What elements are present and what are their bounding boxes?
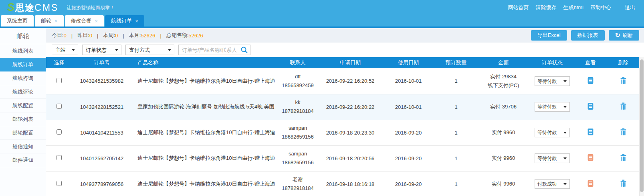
sidebar-item[interactable]: 邮件通知 bbox=[0, 153, 46, 167]
booking-quantity: 1 bbox=[436, 68, 476, 94]
amount-paid: 实付 29834 bbox=[476, 72, 531, 81]
order-number: 104012562705142 bbox=[72, 145, 132, 171]
delete-order-icon[interactable] bbox=[620, 180, 627, 187]
contact-name: 老谢 bbox=[275, 175, 320, 184]
row-select-checkbox[interactable] bbox=[57, 78, 62, 83]
contact-phone: 18782918184 bbox=[275, 107, 320, 116]
delete-order-icon[interactable] bbox=[620, 128, 627, 136]
order-status-filter-select[interactable]: 订单状态 bbox=[82, 45, 121, 55]
row-select-checkbox[interactable] bbox=[57, 129, 62, 135]
col-header-use-date: 使用日期 bbox=[380, 57, 436, 68]
sidebar-item[interactable]: 航线配置 bbox=[0, 99, 46, 112]
order-status-select[interactable]: 等待付款 bbox=[535, 76, 570, 86]
order-status-select[interactable]: 付款成功 bbox=[535, 179, 570, 189]
order-status-wrap: 等待付款 bbox=[535, 76, 570, 86]
view-order-icon[interactable] bbox=[587, 102, 594, 110]
amount-paid: 实付 9960 bbox=[476, 180, 531, 188]
sidebar-item[interactable]: 航线评论 bbox=[0, 85, 46, 99]
order-number: 104324228152521 bbox=[72, 94, 132, 120]
orders-table: 选择 订单号 产品名称 联系人 申请日期 使用日期 预订数量 金额 订单状态 查… bbox=[46, 57, 639, 196]
refresh-icon: ↻ bbox=[615, 32, 620, 39]
logo[interactable]: S 思途 CMS bbox=[7, 2, 59, 14]
top-nav-link[interactable]: 帮助中心 bbox=[590, 4, 611, 11]
scrollbar-thumb[interactable] bbox=[640, 59, 644, 192]
use-date: 2016-10-01 bbox=[380, 68, 436, 94]
delete-order-icon[interactable] bbox=[620, 154, 627, 161]
top-links: 网站首页 清除缓存 生成html 帮助中心 退出 bbox=[501, 4, 635, 11]
stats-bar: 今日: 0 | 昨日: 0 | 本周: 0 bbox=[46, 28, 644, 43]
tab[interactable]: 修改套餐 × bbox=[65, 15, 104, 27]
search-input[interactable] bbox=[179, 45, 250, 55]
stat-label: 昨日: bbox=[77, 32, 89, 39]
use-date: 2016-10-01 bbox=[380, 94, 436, 120]
row-select-checkbox[interactable] bbox=[57, 155, 62, 160]
stat-item: 本周: 0 | bbox=[103, 32, 129, 39]
payment-channel: 线下支付(PC) bbox=[476, 81, 531, 90]
amount-cell: 实付 29834 线下支付(PC) bbox=[476, 68, 531, 94]
stat-item: 今日: 0 | bbox=[52, 32, 77, 39]
col-header-select: 选择 bbox=[46, 57, 72, 68]
stats-summary: 今日: 0 | 昨日: 0 | 本周: 0 bbox=[52, 32, 203, 39]
sidebar-item[interactable]: 短信通知 bbox=[0, 140, 46, 153]
stat-separator: | bbox=[71, 33, 73, 39]
view-order-icon[interactable] bbox=[587, 154, 594, 161]
contact-cell: sampan 18682659156 bbox=[275, 145, 320, 171]
col-header-apply-date: 申请日期 bbox=[320, 57, 380, 68]
col-header-delete: 删除 bbox=[607, 57, 639, 68]
order-status-select[interactable]: 等待付款 bbox=[535, 128, 570, 137]
top-nav-link[interactable]: 清除缓存 bbox=[535, 4, 556, 11]
tab[interactable]: 邮轮 × bbox=[35, 15, 64, 27]
top-nav-link[interactable]: 生成html bbox=[563, 4, 583, 11]
order-status-wrap: 等待付款 bbox=[535, 102, 570, 112]
delete-order-icon[interactable] bbox=[620, 102, 627, 110]
view-order-icon[interactable] bbox=[587, 77, 594, 84]
tab-close-icon[interactable]: × bbox=[135, 18, 138, 24]
col-header-amount: 金额 bbox=[476, 57, 531, 68]
contact-cell: sampan 18682659156 bbox=[275, 120, 320, 145]
view-order-icon[interactable] bbox=[587, 128, 594, 136]
brand-tagline: 让旅游营销轻而易举！ bbox=[67, 4, 115, 11]
col-header-view: 查看 bbox=[573, 57, 607, 68]
product-name: 迪士尼邮轮【梦想号】卡纳维拉尔角港10日自由行·赠上海迪... bbox=[132, 68, 275, 94]
stat-label: 总销售额: bbox=[166, 32, 189, 39]
stat-value: 52626 bbox=[141, 33, 155, 39]
stat-item: 本月: 52626 | bbox=[129, 32, 166, 39]
top-nav-link[interactable]: 网站首页 bbox=[508, 4, 529, 11]
sidebar-item[interactable]: 邮轮配置 bbox=[0, 126, 46, 140]
top-nav-link[interactable]: 退出 bbox=[625, 4, 635, 11]
row-select-checkbox[interactable] bbox=[57, 104, 62, 109]
refresh-button[interactable]: ↻ 刷新 bbox=[609, 30, 639, 41]
tab[interactable]: 航线订单 × bbox=[105, 15, 144, 27]
sidebar-item[interactable]: 航线咨询 bbox=[0, 71, 46, 85]
contact-phone: 18782918184 bbox=[275, 184, 320, 193]
vertical-scrollbar[interactable] bbox=[639, 57, 644, 196]
tab-label: 邮轮 bbox=[41, 17, 51, 24]
sidebar-item[interactable]: 邮轮列表 bbox=[0, 112, 46, 126]
tab-close-icon[interactable]: × bbox=[55, 18, 58, 24]
contact-phone: 18682659156 bbox=[275, 158, 320, 167]
amount-cell: 实付 9960 bbox=[476, 145, 531, 171]
sidebar-item[interactable]: 航线列表 bbox=[0, 44, 46, 58]
tab-close-icon[interactable]: × bbox=[95, 18, 98, 24]
view-order-icon[interactable] bbox=[587, 180, 594, 187]
app-window: S 思途 CMS 让旅游营销轻而易举！ 网站首页 清除缓存 生成html 帮助中… bbox=[0, 0, 644, 196]
stat-label: 本周: bbox=[103, 32, 115, 39]
apply-date: 2016-09-18 18:16:18 bbox=[320, 171, 380, 196]
order-status-select[interactable]: 等待付款 bbox=[535, 102, 570, 112]
search-icon[interactable] bbox=[240, 46, 248, 55]
tab[interactable]: 系统主页 bbox=[1, 15, 34, 27]
order-status-select[interactable]: 等待付款 bbox=[535, 153, 570, 163]
apply-date: 2016-09-22 16:20:52 bbox=[320, 68, 380, 94]
site-select[interactable]: 主站 bbox=[52, 45, 78, 55]
stat-separator: | bbox=[160, 33, 162, 39]
sidebar-item[interactable]: 航线订单 bbox=[0, 58, 46, 71]
stat-value: 52626 bbox=[189, 33, 203, 39]
amount-cell: 实付 9960 bbox=[476, 171, 531, 196]
delete-order-icon[interactable] bbox=[620, 77, 627, 84]
row-select-checkbox[interactable] bbox=[57, 181, 62, 186]
sidebar-menu: 航线列表 航线订单 航线咨询 航线评论 航线配置 邮轮列表 邮轮配置 短信通知 … bbox=[0, 44, 46, 167]
export-excel-button[interactable]: 导出Excel bbox=[531, 30, 567, 41]
data-report-button[interactable]: 数据报表 bbox=[571, 30, 605, 41]
payment-method-select[interactable]: 支付方式 bbox=[125, 45, 174, 55]
booking-quantity: 1 bbox=[436, 145, 476, 171]
